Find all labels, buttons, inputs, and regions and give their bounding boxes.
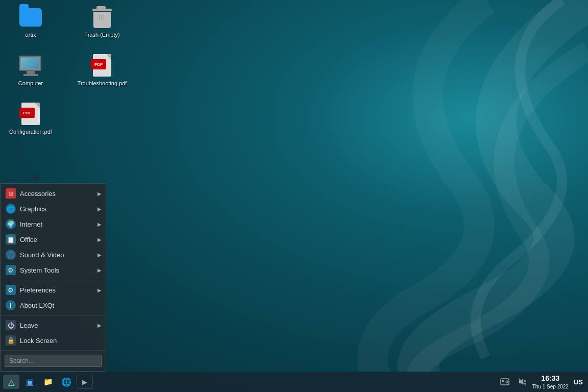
desktop-icon-configuration-label: Configuration.pdf: [9, 129, 52, 135]
lock-screen-icon: 🔒: [6, 335, 16, 346]
menu-divider-1: [1, 280, 106, 280]
menu-item-system-tools-label: System Tools: [20, 266, 59, 274]
about-icon: i: [6, 300, 16, 310]
taskbar-files-button[interactable]: 📁: [40, 375, 56, 389]
system-tools-icon: ⚙: [6, 265, 16, 275]
menu-item-internet[interactable]: 🌍 Internet ▶: [1, 216, 106, 232]
desktop-icon-troubleshooting[interactable]: PDF Troubleshooting.pdf: [82, 54, 122, 87]
svg-rect-1: [502, 380, 504, 382]
menu-item-leave[interactable]: ⏻ Leave ▶: [1, 317, 106, 333]
accessories-arrow-icon: ▶: [97, 191, 102, 197]
desktop-icon-trash[interactable]: Trash (Empty): [82, 5, 122, 38]
svg-point-2: [506, 381, 508, 383]
systray-volume-icon[interactable]: [515, 375, 529, 389]
menu-item-preferences[interactable]: ⚙ Preferences ▶: [1, 282, 106, 298]
menu-divider-3: [1, 350, 106, 351]
menu-item-graphics[interactable]: 🌐 Graphics ▶: [1, 201, 106, 216]
menu-search-input[interactable]: [5, 355, 102, 367]
office-arrow-icon: ▶: [97, 237, 102, 242]
taskbar-browser-button[interactable]: 🌐: [58, 375, 75, 389]
desktop-icon-trash-label: Trash (Empty): [84, 32, 119, 38]
icon-row-1: artix Trash (Empty): [10, 5, 122, 38]
folder-home-icon: [18, 5, 43, 30]
menu-item-sound-video[interactable]: 🎵 Sound & Video ▶: [1, 247, 106, 262]
clock-date: Thu 1 Sep 2022: [532, 383, 569, 390]
office-icon: 📋: [6, 234, 16, 244]
computer-icon: [18, 54, 43, 78]
taskbar: △ ▣ 📁 🌐 ▶: [0, 372, 588, 392]
desktop-icon-configuration[interactable]: PDF Configuration.pdf: [10, 102, 51, 135]
troubleshooting-pdf-icon: PDF: [90, 54, 114, 78]
systray-clock[interactable]: 16:33 Thu 1 Sep 2022: [532, 374, 569, 389]
systray-language[interactable]: US: [572, 378, 585, 386]
trash-icon: [90, 5, 114, 30]
menu-item-accessories-label: Accessories: [20, 190, 56, 198]
preferences-icon: ⚙: [6, 285, 16, 295]
menu-item-sound-video-label: Sound & Video: [20, 251, 64, 259]
internet-arrow-icon: ▶: [97, 222, 102, 227]
menu-item-office-label: Office: [20, 236, 37, 243]
sound-video-icon: 🎵: [6, 250, 16, 260]
taskbar-systray: 16:33 Thu 1 Sep 2022 US: [498, 374, 585, 389]
menu-item-about-label: About LXQt: [20, 302, 54, 309]
menu-item-about-lxqt[interactable]: i About LXQt: [1, 298, 106, 313]
desktop-icon-troubleshooting-label: Troubleshooting.pdf: [78, 80, 127, 87]
desktop-icons-area: artix Trash (Empty): [10, 5, 122, 136]
taskbar-artix-logo-button[interactable]: △: [3, 375, 19, 389]
menu-item-office[interactable]: 📋 Office ▶: [1, 232, 106, 247]
menu-item-lock-screen[interactable]: 🔒 Lock Screen: [1, 333, 106, 348]
leave-icon: ⏻: [6, 320, 16, 330]
desktop-icon-computer[interactable]: Computer: [10, 54, 51, 87]
taskbar-runner-button[interactable]: ▶: [77, 375, 93, 389]
menu-search-area: [1, 353, 106, 369]
graphics-arrow-icon: ▶: [97, 206, 102, 212]
preferences-arrow-icon: ▶: [97, 287, 102, 293]
graphics-icon: 🌐: [6, 204, 16, 214]
desktop-icon-computer-label: Computer: [18, 80, 43, 87]
menu-item-preferences-label: Preferences: [20, 286, 56, 294]
system-tools-arrow-icon: ▶: [97, 267, 102, 273]
desktop: artix Trash (Empty): [0, 0, 588, 392]
menu-triangle: [31, 175, 41, 180]
accessories-icon: ⊖: [6, 188, 16, 199]
icon-row-2: Computer PDF Troubleshooting.pdf: [10, 54, 122, 87]
menu-item-lock-screen-label: Lock Screen: [20, 337, 57, 345]
sound-video-arrow-icon: ▶: [97, 252, 102, 258]
systray-storage-icon[interactable]: [498, 375, 512, 389]
desktop-icon-artix-label: artix: [26, 32, 36, 38]
menu-item-leave-label: Leave: [20, 322, 38, 329]
menu-item-system-tools[interactable]: ⚙ System Tools ▶: [1, 262, 106, 278]
menu-item-internet-label: Internet: [20, 220, 42, 228]
menu-item-accessories[interactable]: ⊖ Accessories ▶: [1, 186, 106, 201]
internet-icon: 🌍: [6, 219, 16, 229]
configuration-pdf-icon: PDF: [18, 102, 43, 127]
menu-item-graphics-label: Graphics: [20, 205, 46, 213]
menu-divider-2: [1, 315, 106, 315]
leave-arrow-icon: ▶: [97, 323, 102, 328]
taskbar-file-manager-button[interactable]: ▣: [21, 375, 38, 389]
desktop-icon-artix[interactable]: artix: [10, 5, 51, 38]
app-menu: ⊖ Accessories ▶ 🌐 Graphics ▶ 🌍 Internet …: [0, 183, 106, 372]
clock-time: 16:33: [541, 374, 559, 383]
icon-row-3: PDF Configuration.pdf: [10, 102, 122, 135]
